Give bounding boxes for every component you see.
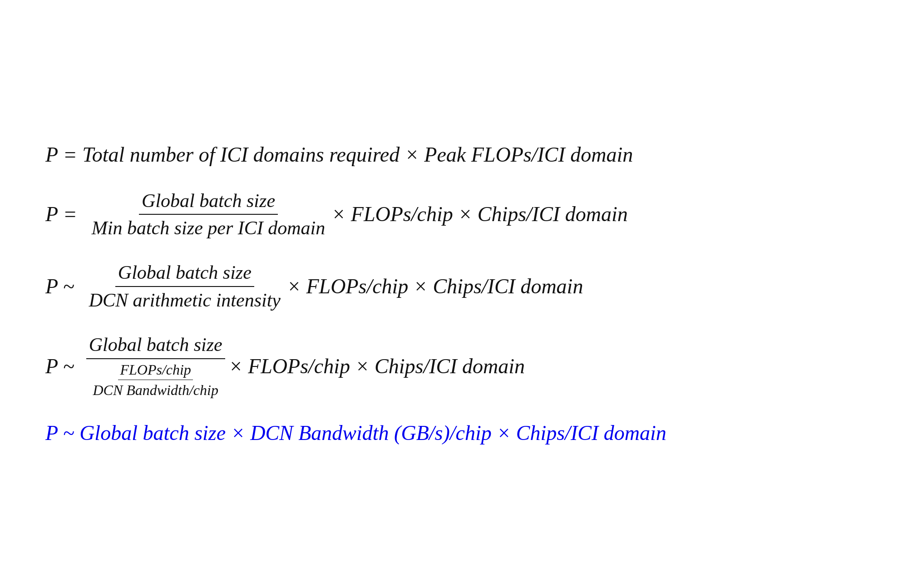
eq3-fraction: Global batch size DCN arithmetic intensi… <box>86 261 283 311</box>
eq5-text: P ~ Global batch size × DCN Bandwidth (G… <box>45 420 666 445</box>
eq2-rhs: × FLOPs/chip × Chips/ICI domain <box>331 202 627 227</box>
eq3-numerator: Global batch size <box>115 261 254 287</box>
eq2-lhs-var: P = <box>45 202 77 227</box>
eq1-text: P = Total number of ICI domains required… <box>45 142 633 167</box>
eq4-lhs-var: P ~ <box>45 354 74 379</box>
eq2-lhs: P = <box>45 202 77 227</box>
eq4-denominator: FLOPs/chip DCN Bandwidth/chip <box>88 359 222 399</box>
eq2-fraction: Global batch size Min batch size per ICI… <box>89 189 328 240</box>
equation-3: P ~ Global batch size DCN arithmetic int… <box>45 261 863 311</box>
eq4-numerator: Global batch size <box>86 333 225 359</box>
eq4-rhs: × FLOPs/chip × Chips/ICI domain <box>229 354 525 379</box>
eq4-denom-den: DCN Bandwidth/chip <box>91 380 220 399</box>
equation-1: P = Total number of ICI domains required… <box>45 142 863 167</box>
equation-2: P = Global batch size Min batch size per… <box>45 189 863 240</box>
equation-5: P ~ Global batch size × DCN Bandwidth (G… <box>45 420 863 445</box>
eq3-lhs-var: P ~ <box>45 274 74 299</box>
eq3-lhs: P ~ <box>45 274 74 299</box>
eq3-rhs: × FLOPs/chip × Chips/ICI domain <box>287 274 583 299</box>
eq4-lhs: P ~ <box>45 354 74 379</box>
eq4-denom-num: FLOPs/chip <box>118 361 192 380</box>
eq2-denominator: Min batch size per ICI domain <box>89 215 328 239</box>
eq2-numerator: Global batch size <box>139 189 278 215</box>
equations-container: P = Total number of ICI domains required… <box>45 142 863 445</box>
eq3-denominator: DCN arithmetic intensity <box>86 287 283 311</box>
equation-4: P ~ Global batch size FLOPs/chip DCN Ban… <box>45 333 863 399</box>
eq4-fraction: Global batch size FLOPs/chip DCN Bandwid… <box>86 333 225 399</box>
